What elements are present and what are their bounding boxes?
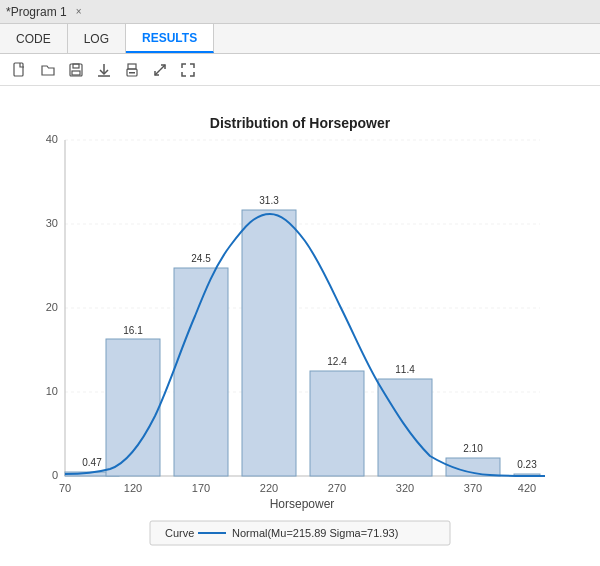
x-tick-370: 370: [464, 482, 482, 494]
bar-label-70: 0.47: [82, 457, 102, 468]
histogram-chart: Distribution of Horsepower 0 10 20 30 40…: [10, 96, 590, 566]
expand-icon[interactable]: [148, 58, 172, 82]
y-tick-20: 20: [46, 301, 58, 313]
x-tick-70: 70: [59, 482, 71, 494]
y-tick-0: 0: [52, 469, 58, 481]
svg-rect-3: [72, 71, 80, 75]
bar-120: [106, 339, 160, 476]
bar-label-120: 16.1: [123, 325, 143, 336]
bar-label-420: 0.23: [517, 459, 537, 470]
save-icon[interactable]: [64, 58, 88, 82]
legend-normal-label: Normal(Mu=215.89 Sigma=71.93): [232, 527, 398, 539]
open-icon[interactable]: [36, 58, 60, 82]
svg-rect-7: [128, 64, 136, 69]
bar-label-220: 31.3: [259, 195, 279, 206]
svg-rect-0: [14, 63, 23, 76]
chart-title: Distribution of Horsepower: [210, 115, 391, 131]
x-tick-420: 420: [518, 482, 536, 494]
x-tick-220: 220: [260, 482, 278, 494]
bar-270: [310, 371, 364, 476]
y-tick-10: 10: [46, 385, 58, 397]
program-title: *Program 1: [6, 5, 67, 19]
tab-code[interactable]: CODE: [0, 24, 68, 53]
close-tab-button[interactable]: ×: [73, 6, 85, 17]
x-tick-120: 120: [124, 482, 142, 494]
bar-label-370: 2.10: [463, 443, 483, 454]
svg-rect-8: [129, 72, 135, 74]
legend-curve-label: Curve: [165, 527, 194, 539]
toolbar: [0, 54, 600, 86]
bar-320: [378, 379, 432, 476]
svg-rect-2: [73, 64, 79, 68]
bar-label-170: 24.5: [191, 253, 211, 264]
x-tick-170: 170: [192, 482, 210, 494]
new-icon[interactable]: [8, 58, 32, 82]
y-tick-40: 40: [46, 133, 58, 145]
bar-label-270: 12.4: [327, 356, 347, 367]
tab-results[interactable]: RESULTS: [126, 24, 214, 53]
fullscreen-icon[interactable]: [176, 58, 200, 82]
bar-220: [242, 210, 296, 476]
print-icon[interactable]: [120, 58, 144, 82]
x-tick-320: 320: [396, 482, 414, 494]
x-tick-270: 270: [328, 482, 346, 494]
tab-log[interactable]: LOG: [68, 24, 126, 53]
download-icon[interactable]: [92, 58, 116, 82]
chart-area: Distribution of Horsepower 0 10 20 30 40…: [0, 86, 600, 566]
tab-bar: CODE LOG RESULTS: [0, 24, 600, 54]
bar-label-320: 11.4: [395, 364, 415, 375]
y-tick-30: 30: [46, 217, 58, 229]
title-bar: *Program 1 ×: [0, 0, 600, 24]
x-axis-label: Horsepower: [270, 497, 335, 511]
